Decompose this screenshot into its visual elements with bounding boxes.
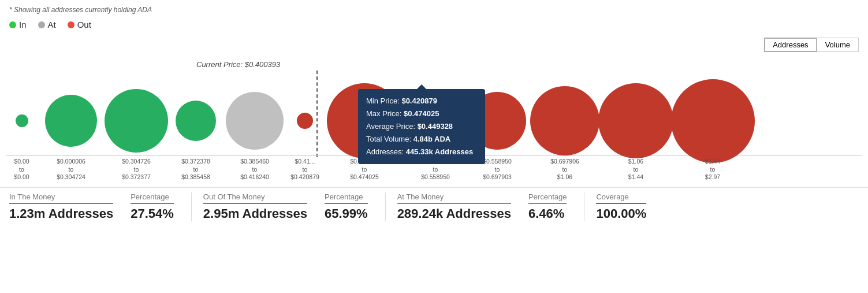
chart-area: Current Price: $0.400393 $0.00to$0.00$0.… — [0, 54, 868, 181]
volume-button[interactable]: Volume — [817, 38, 859, 52]
stat-label-atm_pct: Percentage — [528, 192, 567, 204]
stat-group-atm: At The Money289.24k Addresses — [397, 192, 528, 221]
stat-value-otm_pct: 65.99% — [325, 206, 368, 221]
bubble-b5 — [226, 92, 284, 150]
stat-group-cov: Coverage100.00% — [596, 192, 664, 221]
tooltip: Min Price: $0.420879 Max Price: $0.47402… — [358, 89, 485, 164]
legend-out: Out — [68, 20, 91, 29]
stat-label-itm: In The Money — [9, 192, 113, 204]
stat-group-otm: Out Of The Money2.95m Addresses — [203, 192, 325, 221]
bubble-b11 — [598, 83, 673, 158]
stat-group-itm: In The Money1.23m Addresses — [9, 192, 131, 221]
stat-label-atm: At The Money — [397, 192, 511, 204]
stat-label-itm_pct: Percentage — [131, 192, 174, 204]
stats-divider — [584, 192, 584, 221]
legend-at: At — [38, 20, 56, 29]
stat-group-otm_pct: Percentage65.99% — [325, 192, 385, 221]
tooltip-vol: Total Volume: 4.84b ADA — [366, 133, 477, 146]
axis-label: $0.304726to$0.372377 — [105, 158, 168, 181]
top-note: * Showing all addresses currently holdin… — [0, 0, 868, 16]
out-dot — [68, 21, 74, 28]
stat-value-otm: 2.95m Addresses — [203, 206, 307, 221]
at-dot — [38, 21, 45, 28]
stat-label-otm_pct: Percentage — [325, 192, 368, 204]
tooltip-addresses: Addresses: 445.33k Addresses — [366, 146, 477, 158]
tooltip-max: Max Price: $0.474025 — [366, 107, 477, 120]
stats-bar: In The Money1.23m AddressesPercentage27.… — [0, 187, 868, 227]
bubble-b3 — [105, 89, 168, 153]
stats-divider — [191, 192, 192, 221]
axis-label: $0.372378to$0.385458 — [173, 158, 219, 181]
bubble-b12 — [671, 79, 755, 163]
current-price-label: Current Price: $0.400393 — [196, 60, 280, 69]
axis-label: $1.06to$1.44 — [601, 158, 670, 181]
tooltip-avg: Average Price: $0.449328 — [366, 120, 477, 133]
bubble-b2 — [45, 95, 97, 147]
axis-label: $0.41...to$0.420879 — [290, 158, 319, 181]
axis-label: $0.385460to$0.416240 — [223, 158, 286, 181]
legend-in: In — [9, 20, 27, 29]
axis-label: $0.000006to$0.304724 — [42, 158, 100, 181]
chart-toolbar: Addresses Volume — [0, 35, 868, 54]
bubble-b10 — [530, 86, 599, 155]
legend-out-label: Out — [77, 20, 91, 29]
axis-label: $0.00to$0.00 — [6, 158, 38, 181]
legend-in-label: In — [19, 20, 27, 29]
legend: In At Out — [0, 16, 868, 35]
legend-at-label: At — [48, 20, 56, 29]
stat-value-atm_pct: 6.46% — [528, 206, 567, 221]
stat-label-otm: Out Of The Money — [203, 192, 307, 204]
stat-value-atm: 289.24k Addresses — [397, 206, 511, 221]
axis-label: $1.44to$2.97 — [675, 158, 750, 181]
stats-divider — [385, 192, 386, 221]
bubble-b6 — [297, 113, 313, 129]
tooltip-min: Min Price: $0.420879 — [366, 95, 477, 107]
stat-label-cov: Coverage — [596, 192, 646, 204]
stat-group-atm_pct: Percentage6.46% — [528, 192, 584, 221]
in-dot — [9, 21, 16, 28]
addresses-button[interactable]: Addresses — [764, 38, 816, 52]
bubble-b4 — [176, 101, 216, 141]
stat-value-itm: 1.23m Addresses — [9, 206, 113, 221]
bubble-b1 — [16, 114, 28, 127]
stat-value-cov: 100.00% — [596, 206, 646, 221]
stat-value-itm_pct: 27.54% — [131, 206, 174, 221]
axis-label: $0.697906to$1.06 — [533, 158, 597, 181]
stat-group-itm_pct: Percentage27.54% — [131, 192, 191, 221]
